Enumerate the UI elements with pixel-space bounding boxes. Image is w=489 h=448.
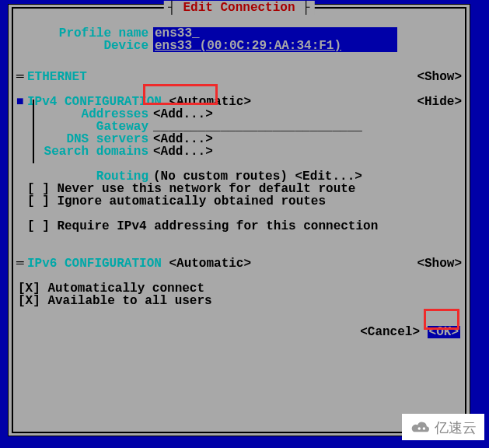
cancel-button[interactable]: <Cancel> xyxy=(360,326,420,338)
profile-name-input[interactable]: ens33 xyxy=(153,27,397,40)
ok-button[interactable]: <OK> xyxy=(428,326,460,338)
dialog-inner: ┤ Edit Connection ├ Profile name ens33 D… xyxy=(12,7,466,433)
ipv4-dns-row: DNS servers <Add...> xyxy=(16,133,462,145)
ipv4-gateway-input[interactable]: ____________________________ xyxy=(153,121,362,133)
ipv4-routing-label: Routing xyxy=(16,170,153,183)
ethernet-bullet: ═ xyxy=(16,71,27,83)
cb-allusers[interactable]: [X] Available to all users xyxy=(16,295,462,307)
ethernet-section: ═ ETHERNET <Show> xyxy=(16,71,462,83)
ipv4-routing-edit[interactable]: <Edit...> xyxy=(295,170,362,183)
cb-ignore-auto[interactable]: [ ] Ignore automatically obtained routes xyxy=(16,195,462,208)
ipv4-addresses-label: Addresses xyxy=(16,108,153,121)
ipv4-search-row: Search domains <Add...> xyxy=(16,145,462,158)
ipv6-section: ═ IPv6 CONFIGURATION <Automatic> <Show> xyxy=(16,257,462,270)
cb-never-default[interactable]: [ ] Never use this network for default r… xyxy=(16,183,462,195)
cb-require-ipv4[interactable]: [ ] Require IPv4 addressing for this con… xyxy=(16,220,462,233)
ipv4-gateway-label: Gateway xyxy=(16,121,153,133)
ipv4-routing-row: Routing (No custom routes) <Edit...> xyxy=(16,170,462,183)
ipv6-bullet: ═ xyxy=(16,257,27,270)
ipv4-routing-status: (No custom routes) xyxy=(153,170,288,183)
ipv4-mode-select[interactable]: <Automatic> xyxy=(169,96,251,108)
svg-point-0 xyxy=(418,427,421,430)
ethernet-label: ETHERNET xyxy=(27,71,87,83)
ipv4-dns-label: DNS servers xyxy=(16,133,153,145)
device-label: Device xyxy=(16,40,153,52)
ipv4-bullet: ■ xyxy=(16,96,27,108)
ipv4-search-label: Search domains xyxy=(16,145,153,158)
ipv4-section: ■ IPv4 CONFIGURATION <Automatic> <Hide> xyxy=(16,96,462,108)
ipv6-label: IPv6 CONFIGURATION xyxy=(27,257,162,270)
cloud-icon xyxy=(410,421,431,435)
ipv4-gateway-row: Gateway ____________________________ xyxy=(16,121,462,133)
ipv4-search-add[interactable]: <Add...> xyxy=(153,145,213,158)
ipv4-label: IPv4 CONFIGURATION xyxy=(27,96,162,108)
ipv6-mode-select[interactable]: <Automatic> xyxy=(169,257,251,270)
watermark: 亿速云 xyxy=(402,414,484,440)
profile-name-row: Profile name ens33 xyxy=(16,27,462,40)
ipv4-toggle[interactable]: <Hide> xyxy=(417,96,462,108)
ipv4-addresses-add[interactable]: <Add...> xyxy=(153,108,213,121)
device-input[interactable]: ens33 (00:0C:29:AA:34:F1) xyxy=(153,40,397,52)
device-row: Device ens33 (00:0C:29:AA:34:F1) xyxy=(16,40,462,52)
ethernet-toggle[interactable]: <Show> xyxy=(417,71,462,83)
ipv6-toggle[interactable]: <Show> xyxy=(417,257,462,270)
cb-autoconnect[interactable]: [X] Automatically connect xyxy=(16,282,462,295)
ipv4-addresses-row: Addresses <Add...> xyxy=(16,108,462,121)
ipv4-dns-add[interactable]: <Add...> xyxy=(153,133,213,145)
svg-point-1 xyxy=(423,427,426,430)
profile-name-label: Profile name xyxy=(16,27,153,40)
ipv4-tree-line xyxy=(33,100,34,163)
dialog-window: ┤ Edit Connection ├ Profile name ens33 D… xyxy=(8,4,470,436)
dialog-title: ┤ Edit Connection ├ xyxy=(163,1,314,15)
button-row: <Cancel> <OK> xyxy=(16,326,462,338)
